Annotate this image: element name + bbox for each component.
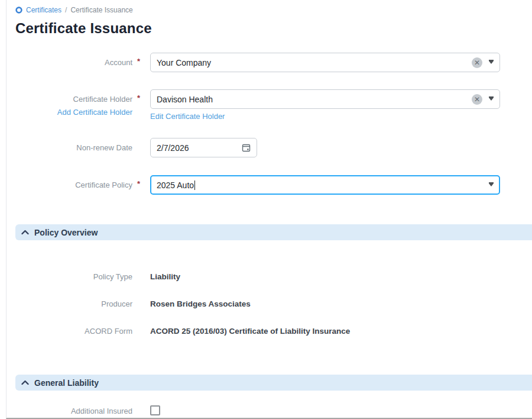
certificate-policy-caret-down-icon[interactable] <box>489 183 494 186</box>
certificate-holder-select[interactable]: Davison Health ✕ <box>150 89 500 109</box>
general-liability-title: General Liability <box>34 378 99 388</box>
certificate-holder-value: Davison Health <box>157 95 213 104</box>
policy-type-label: Policy Type <box>93 272 132 281</box>
page-title: Certificate Issuance <box>15 20 532 37</box>
certificate-holder-caret-down-icon[interactable] <box>489 98 494 101</box>
certificates-ring-icon <box>15 7 22 14</box>
additional-insured-row: Additional Insured <box>15 405 532 416</box>
account-label-col: Account * <box>15 53 132 67</box>
calendar-icon[interactable] <box>242 143 251 152</box>
certificate-holder-row: Certificate Holder * Add Certificate Hol… <box>15 89 532 121</box>
certificate-holder-label-col: Certificate Holder * Add Certificate Hol… <box>15 89 132 117</box>
non-renew-date-value: 2/7/2026 <box>157 143 189 153</box>
certificate-policy-value: 2025 Auto <box>157 181 194 190</box>
certificate-policy-combobox[interactable]: 2025 Auto <box>150 175 500 195</box>
certificate-policy-required-asterisk: * <box>137 179 140 188</box>
additional-insured-label: Additional Insured <box>71 407 132 415</box>
acord-form-row: ACORD Form ACORD 25 (2016/03) Certificat… <box>15 325 532 336</box>
non-renew-date-input[interactable]: 2/7/2026 <box>150 138 257 157</box>
policy-type-label-col: Policy Type <box>15 271 132 282</box>
account-caret-down-icon[interactable] <box>489 61 494 64</box>
account-label: Account <box>105 53 132 67</box>
producer-row: Producer Rosen Bridges Associates <box>15 298 532 309</box>
non-renew-date-label-col: Non-renew Date <box>15 138 132 153</box>
breadcrumb-separator: / <box>65 6 67 14</box>
certificate-policy-row: Certificate Policy * 2025 Auto <box>15 175 532 195</box>
add-certificate-holder-link[interactable]: Add Certificate Holder <box>57 108 132 117</box>
account-row: Account * Your Company ✕ <box>15 53 532 72</box>
account-required-asterisk: * <box>137 57 140 66</box>
chevron-up-icon[interactable] <box>21 380 29 385</box>
certificate-holder-clear-icon[interactable]: ✕ <box>472 94 482 105</box>
account-clear-icon[interactable]: ✕ <box>472 57 482 68</box>
certificate-policy-label-col: Certificate Policy * <box>15 175 132 190</box>
non-renew-date-label: Non-renew Date <box>76 138 132 153</box>
certificate-policy-label: Certificate Policy <box>75 175 132 190</box>
policy-overview-title: Policy Overview <box>34 228 98 237</box>
certificate-holder-required-asterisk: * <box>137 94 140 102</box>
content-panel: Certificates / Certificate Issuance Cert… <box>6 0 532 419</box>
general-liability-section-header[interactable]: General Liability <box>15 375 532 391</box>
certificate-holder-label: Certificate Holder <box>73 89 132 104</box>
producer-label-col: Producer <box>15 298 132 309</box>
breadcrumb-link-certificates[interactable]: Certificates <box>26 6 61 14</box>
acord-form-label-col: ACORD Form <box>15 325 132 336</box>
chevron-up-icon[interactable] <box>21 230 29 235</box>
text-cursor <box>194 181 195 190</box>
breadcrumb-current: Certificate Issuance <box>70 6 132 14</box>
policy-type-row: Policy Type Liability <box>15 271 532 282</box>
account-select[interactable]: Your Company ✕ <box>150 53 500 72</box>
additional-insured-label-col: Additional Insured <box>15 405 132 416</box>
policy-type-value: Liability <box>150 272 180 281</box>
acord-form-value: ACORD 25 (2016/03) Certificate of Liabil… <box>150 327 350 336</box>
breadcrumb: Certificates / Certificate Issuance <box>15 6 532 14</box>
acord-form-label: ACORD Form <box>85 327 132 336</box>
producer-value: Rosen Bridges Associates <box>150 299 251 308</box>
producer-label: Producer <box>101 299 132 308</box>
edit-certificate-holder-link[interactable]: Edit Certificate Holder <box>150 112 225 121</box>
account-value: Your Company <box>157 58 211 67</box>
policy-overview-section-header[interactable]: Policy Overview <box>15 224 532 240</box>
non-renew-date-row: Non-renew Date 2/7/2026 <box>15 138 532 157</box>
additional-insured-checkbox[interactable] <box>150 405 160 415</box>
